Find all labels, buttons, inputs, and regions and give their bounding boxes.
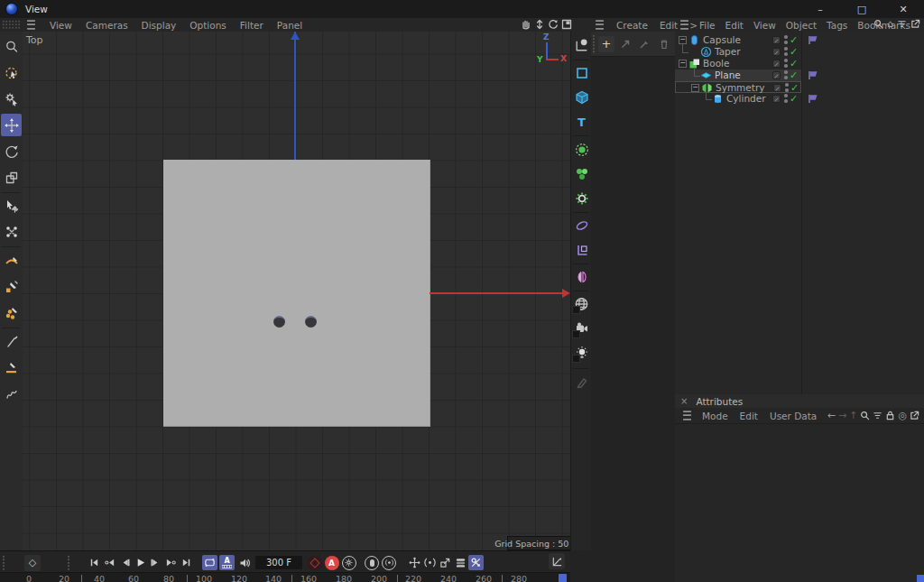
- record-position-button[interactable]: [365, 556, 379, 570]
- add-button[interactable]: +: [598, 36, 614, 52]
- phong-tag-icon[interactable]: [808, 70, 818, 80]
- deformer-ellipse-tool[interactable]: [572, 215, 591, 236]
- object-row-taper[interactable]: Taper ✓: [675, 46, 924, 58]
- export-icon[interactable]: [910, 19, 920, 29]
- enabled-check[interactable]: ✓: [790, 34, 798, 46]
- menu-file[interactable]: File: [699, 20, 716, 31]
- sound-button[interactable]: [236, 555, 252, 570]
- enabled-check[interactable]: ✓: [790, 69, 798, 81]
- menu-panel[interactable]: Panel: [277, 20, 302, 31]
- workplane-cube-tool[interactable]: [572, 239, 591, 261]
- viewport-3d[interactable]: Top Z X Y Grid Spacing : 50 cm: [23, 32, 570, 550]
- toggle-rotation-button[interactable]: [422, 555, 438, 570]
- object-row-plane[interactable]: Plane ✓: [675, 69, 801, 81]
- autokey-button[interactable]: A: [325, 556, 339, 570]
- plane-object[interactable]: [163, 160, 430, 427]
- search-icon[interactable]: [873, 19, 883, 29]
- object-label[interactable]: Capsule: [703, 34, 741, 46]
- pen-line-tool[interactable]: [1, 356, 22, 379]
- cylinder-object-right[interactable]: [305, 316, 317, 328]
- lock-icon[interactable]: [885, 411, 895, 420]
- dolly-icon[interactable]: [534, 19, 545, 30]
- menu-view[interactable]: View: [50, 20, 72, 31]
- layer-toggle[interactable]: [773, 84, 781, 92]
- view-label[interactable]: Top: [26, 34, 43, 46]
- home-icon[interactable]: ⌂: [887, 19, 893, 29]
- visibility-dots[interactable]: [784, 35, 788, 45]
- phong-tag-icon[interactable]: [808, 35, 818, 45]
- timeline-ruler[interactable]: 0 20 40 60 80 100 120 140 160 180 200 22…: [0, 572, 570, 582]
- live-selection-tool[interactable]: [1, 61, 22, 84]
- maximize-button[interactable]: □: [841, 0, 882, 18]
- orbit-icon[interactable]: [548, 19, 559, 30]
- enabled-check[interactable]: ✓: [790, 46, 798, 58]
- object-label[interactable]: Plane: [715, 69, 741, 81]
- object-label[interactable]: Cylinder: [726, 93, 765, 105]
- toggle-parameter-button[interactable]: [453, 555, 468, 570]
- minimize-button[interactable]: –: [799, 0, 841, 18]
- camera-tool[interactable]: [572, 318, 591, 339]
- generator-gear-tool[interactable]: [572, 188, 591, 209]
- attr-filter-icon[interactable]: [873, 411, 882, 420]
- toggle-position-button[interactable]: [407, 555, 422, 570]
- menu-user-data[interactable]: User Data: [770, 411, 817, 421]
- selection-move-tool[interactable]: [1, 194, 22, 217]
- attr-menu-icon[interactable]: [683, 411, 691, 420]
- visibility-dots[interactable]: [784, 47, 788, 57]
- text-tool[interactable]: T: [572, 111, 591, 133]
- phong-tag-icon[interactable]: [808, 94, 818, 104]
- tweak-tool[interactable]: [1, 88, 22, 110]
- object-row-symmetry[interactable]: − Symmetry ✓: [675, 81, 801, 93]
- menu-attr-edit[interactable]: Edit: [740, 411, 758, 421]
- next-key-button[interactable]: [163, 555, 179, 570]
- spline-smooth-tool[interactable]: [1, 275, 22, 298]
- symmetry-mograph-tool[interactable]: [572, 266, 591, 288]
- brush-tool[interactable]: [1, 330, 22, 353]
- target-icon[interactable]: ◎: [898, 411, 907, 420]
- scale-tool[interactable]: [1, 166, 22, 189]
- cube-primitive-tool[interactable]: [572, 87, 591, 108]
- close-tab-icon[interactable]: ×: [680, 396, 688, 406]
- menu-mode[interactable]: Mode: [702, 411, 728, 421]
- visibility-dots[interactable]: [784, 94, 788, 104]
- object-label[interactable]: Boole: [703, 58, 729, 69]
- next-frame-button[interactable]: [148, 555, 163, 570]
- panel-grip[interactable]: [592, 34, 596, 54]
- fcurve-editor-button[interactable]: [549, 553, 565, 569]
- autokey-mode-button[interactable]: A: [219, 555, 235, 570]
- move-tool[interactable]: [1, 114, 22, 136]
- object-row-capsule[interactable]: − Capsule ✓: [675, 34, 924, 46]
- cylinder-object-left[interactable]: [273, 316, 285, 328]
- delete-button[interactable]: [656, 36, 672, 52]
- menu-display[interactable]: Display: [142, 20, 177, 31]
- menu-edit[interactable]: Edit: [660, 20, 678, 31]
- spline-points-tool[interactable]: [1, 301, 22, 324]
- menu-om-view[interactable]: View: [753, 20, 776, 31]
- window-resize-grip[interactable]: [917, 575, 924, 582]
- record-keyframe-button[interactable]: [308, 556, 322, 570]
- visibility-dots[interactable]: [784, 59, 788, 69]
- menu-object[interactable]: Object: [786, 20, 817, 31]
- menu-cameras[interactable]: Cameras: [86, 20, 128, 31]
- expand-toggle[interactable]: −: [679, 60, 687, 68]
- attr-search-icon[interactable]: [860, 411, 870, 420]
- keyframe-selection-button[interactable]: [342, 556, 356, 570]
- menu-tags[interactable]: Tags: [827, 20, 847, 31]
- zoom-tool[interactable]: [1, 35, 22, 58]
- loop-playback-button[interactable]: [202, 555, 217, 570]
- goto-end-button[interactable]: [179, 555, 194, 570]
- goto-start-button[interactable]: [87, 555, 102, 570]
- subdivision-surface-tool[interactable]: [572, 139, 591, 161]
- om-column-divider[interactable]: [801, 32, 802, 394]
- rotate-tool[interactable]: [1, 140, 22, 162]
- light-tool[interactable]: [572, 342, 591, 364]
- spline-pen-tool[interactable]: [1, 249, 22, 272]
- prev-frame-button[interactable]: [117, 555, 133, 570]
- close-button[interactable]: ✕: [882, 0, 924, 18]
- enabled-check[interactable]: ✓: [790, 93, 798, 105]
- toolbar-grip[interactable]: [2, 20, 20, 30]
- pick-arrow-button[interactable]: [636, 36, 652, 52]
- window-titlebar[interactable]: View – □ ✕: [0, 0, 924, 18]
- maximize-view-icon[interactable]: [561, 19, 572, 30]
- om-menu-icon[interactable]: [680, 20, 688, 29]
